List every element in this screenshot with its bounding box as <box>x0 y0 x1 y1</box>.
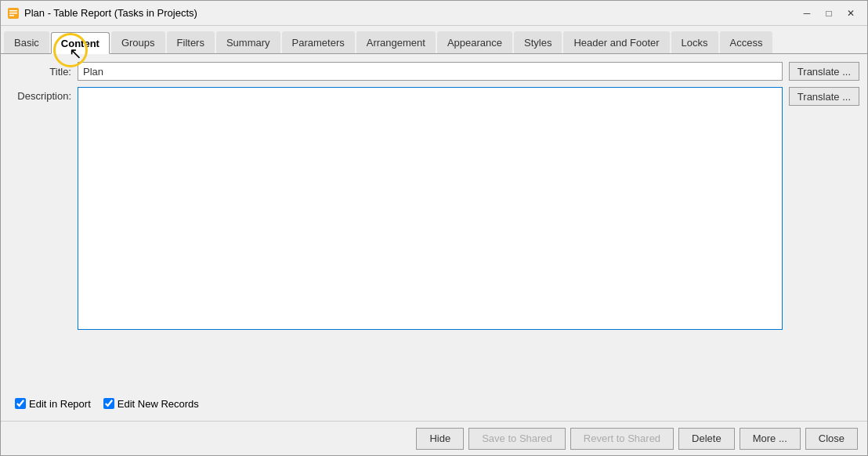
tab-bar: BasicContentGroupsFiltersSummaryParamete… <box>1 26 867 54</box>
footer: Hide Save to Shared Revert to Shared Del… <box>1 421 867 455</box>
maximize-button[interactable]: □ <box>819 5 839 21</box>
edit-new-records-checkbox[interactable]: Edit New Records <box>103 398 199 410</box>
tab-summary[interactable]: Summary <box>216 31 280 53</box>
checkbox-row: Edit in Report Edit New Records <box>9 394 859 413</box>
tab-groups[interactable]: Groups <box>111 31 165 53</box>
app-icon <box>7 7 20 20</box>
window-title: Plan - Table Report (Tasks in Projects) <box>24 7 797 19</box>
delete-button[interactable]: Delete <box>678 428 735 450</box>
revert-to-shared-button[interactable]: Revert to Shared <box>570 428 674 450</box>
title-input[interactable] <box>78 62 783 81</box>
description-buttons: Translate ... <box>789 87 859 106</box>
title-row: Title: Translate ... <box>9 62 859 81</box>
tab-parameters[interactable]: Parameters <box>282 31 355 53</box>
tab-basic[interactable]: Basic <box>4 31 49 53</box>
tab-content[interactable]: Content <box>51 32 110 54</box>
more-button[interactable]: More ... <box>740 428 801 450</box>
minimize-button[interactable]: ─ <box>797 5 817 21</box>
edit-new-records-label: Edit New Records <box>118 398 199 410</box>
close-window-button[interactable]: ✕ <box>841 5 861 21</box>
close-button[interactable]: Close <box>805 428 858 450</box>
content-area: Title: Translate ... Description: Transl… <box>1 54 867 421</box>
title-bar: Plan - Table Report (Tasks in Projects) … <box>1 1 867 26</box>
save-to-shared-button[interactable]: Save to Shared <box>468 428 566 450</box>
tab-header-footer[interactable]: Header and Footer <box>563 31 669 53</box>
description-textarea[interactable] <box>78 87 783 330</box>
window-controls: ─ □ ✕ <box>797 5 861 21</box>
tab-access[interactable]: Access <box>720 31 773 53</box>
title-label: Title: <box>9 66 71 78</box>
svg-rect-1 <box>9 10 17 12</box>
translate-description-button[interactable]: Translate ... <box>789 87 859 106</box>
description-row: Description: Translate ... <box>9 87 859 388</box>
svg-rect-2 <box>9 13 17 14</box>
edit-in-report-checkbox[interactable]: Edit in Report <box>15 398 91 410</box>
translate-title-button[interactable]: Translate ... <box>789 62 859 81</box>
svg-rect-3 <box>9 15 14 16</box>
description-label: Description: <box>9 87 71 102</box>
tab-filters[interactable]: Filters <box>167 31 215 53</box>
tab-arrangement[interactable]: Arrangement <box>356 31 436 53</box>
tab-locks[interactable]: Locks <box>671 31 718 53</box>
edit-in-report-label: Edit in Report <box>29 398 91 410</box>
tab-styles[interactable]: Styles <box>514 31 562 53</box>
hide-button[interactable]: Hide <box>416 428 464 450</box>
tab-appearance[interactable]: Appearance <box>437 31 512 53</box>
